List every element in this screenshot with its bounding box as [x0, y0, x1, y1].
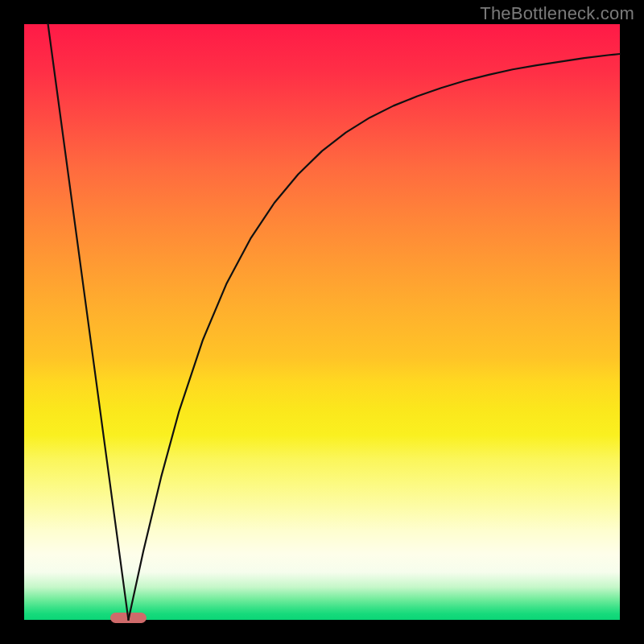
- curve-left: [48, 24, 129, 620]
- plot-area: [24, 24, 620, 620]
- watermark-text: TheBottleneck.com: [480, 3, 634, 24]
- curve-right: [129, 54, 621, 620]
- chart-frame: TheBottleneck.com: [0, 0, 644, 644]
- bottleneck-curve: [24, 24, 620, 620]
